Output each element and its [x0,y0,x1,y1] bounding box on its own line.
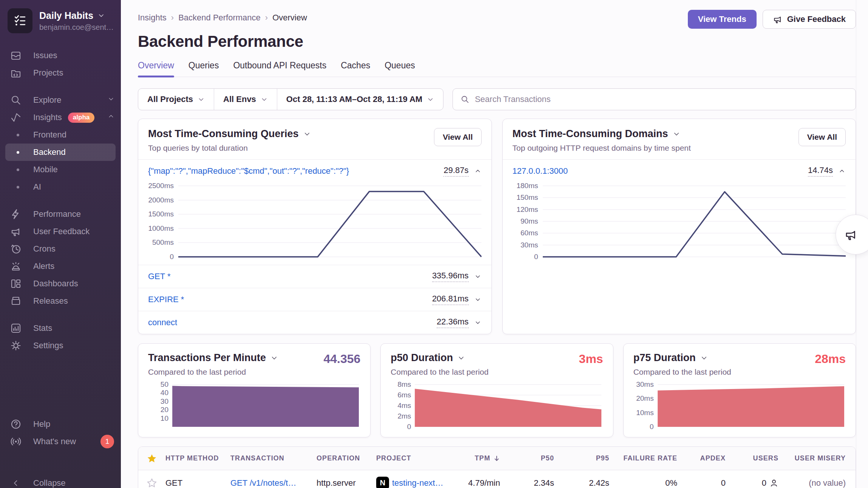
p50-title[interactable]: p50 Duration [391,352,488,364]
sidebar-item-performance[interactable]: Performance [0,205,121,223]
sidebar-item-issues[interactable]: Issues [0,47,121,64]
collapse-row-button[interactable] [474,167,482,175]
query-link[interactable]: {"map":"?","mapReduce":"$cmd","out":"?",… [148,166,349,176]
tab-caches[interactable]: Caches [341,60,370,77]
queries-card-title[interactable]: Most Time-Consuming Queries [148,128,311,140]
column-header-transaction[interactable]: TRANSACTION [227,454,313,462]
nextjs-project-icon: N [376,477,389,488]
column-header-project[interactable]: PROJECT [372,454,447,462]
column-header-p50[interactable]: P50 [504,454,558,462]
tab-outbound-api-requests[interactable]: Outbound API Requests [233,60,326,77]
chevron-down-icon [673,130,680,138]
query-total-time: 206.81ms [432,294,469,305]
star-toggle[interactable] [138,478,162,488]
sidebar-nav: Issues Projects Explore Insights alpha F… [0,47,121,354]
lightning-icon [10,208,22,220]
sidebar-item-label: Releases [33,296,68,306]
breadcrumb-insights[interactable]: Insights [138,13,167,23]
cell-user-misery: (no value) [782,478,856,488]
query-link[interactable]: EXPIRE * [148,295,184,304]
chevron-down-icon [270,354,278,362]
sidebar-item-dashboards[interactable]: Dashboards [0,275,121,292]
sidebar-item-releases[interactable]: Releases [0,292,121,310]
give-feedback-button[interactable]: Give Feedback [763,10,856,29]
cell-users: 0 [729,478,782,488]
column-header-http-method[interactable]: HTTP METHOD [162,454,227,462]
sidebar-item-label: Issues [33,51,57,60]
sidebar-item-label: Insights [33,113,62,122]
user-icon [769,479,778,488]
org-switcher[interactable]: Daily Habits benjamin.coe@sent… [0,0,121,33]
domains-duration-chart: 180ms150ms120ms90ms60ms30ms0 [503,182,856,265]
sidebar-item-mobile[interactable]: Mobile [0,161,121,178]
tab-queries[interactable]: Queries [188,60,219,77]
query-total-time: 22.36ms [437,317,468,328]
column-header-users[interactable]: USERS [729,454,782,462]
column-header-apdex[interactable]: APDEX [681,454,729,462]
column-header-user-misery[interactable]: USER MISERY [782,454,856,462]
transaction-link[interactable]: GET /v1/notes/t… [230,478,296,488]
sidebar-item-whats-new[interactable]: What's new 1 [0,433,121,450]
expand-row-button[interactable] [474,273,482,280]
sidebar-item-backend[interactable]: Backend [5,144,116,161]
query-link[interactable]: GET * [148,272,171,281]
sidebar-item-stats[interactable]: Stats [0,320,121,337]
breadcrumb-separator: › [171,13,174,23]
search-transactions-input[interactable] [475,94,848,104]
sidebar-item-label: Backend [33,147,66,157]
cell-project: N testing-nextj… [372,477,447,488]
sidebar-item-frontend[interactable]: Frontend [0,126,121,144]
column-header-operation[interactable]: OPERATION [313,454,372,462]
search-transactions-box [453,88,856,110]
query-link[interactable]: connect [148,318,177,327]
view-trends-button[interactable]: View Trends [688,10,757,29]
domains-view-all-button[interactable]: View All [798,128,846,146]
broadcast-icon [10,435,22,448]
tab-overview[interactable]: Overview [138,60,174,77]
p75-value: 28ms [815,352,846,366]
domain-link[interactable]: 127.0.0.1:3000 [513,166,568,176]
expand-row-button[interactable] [474,296,482,303]
chevron-up-icon [107,113,115,122]
bullet-icon [17,186,19,188]
sidebar-item-crons[interactable]: Crons [0,240,121,258]
transactions-table: HTTP METHOD TRANSACTION OPERATION PROJEC… [138,446,856,488]
p75-title[interactable]: p75 Duration [633,352,731,364]
sidebar: Daily Habits benjamin.coe@sent… Issues P… [0,0,121,488]
column-header-tpm[interactable]: TPM [447,454,504,462]
project-link[interactable]: testing-nextj… [392,478,443,488]
domains-card-title[interactable]: Most Time-Consuming Domains [513,128,691,140]
project-filter[interactable]: All Projects [138,89,214,110]
expand-row-button[interactable] [474,319,482,326]
org-logo-icon [8,8,32,33]
environment-filter[interactable]: All Envs [214,89,277,110]
sidebar-item-settings[interactable]: Settings [0,337,121,354]
column-header-p95[interactable]: P95 [558,454,613,462]
sidebar-item-explore[interactable]: Explore [0,91,121,109]
tpm-title[interactable]: Transactions Per Minute [148,352,278,364]
sidebar-collapse-button[interactable]: Collapse [0,474,121,488]
column-header-failure-rate[interactable]: FAILURE RATE [613,454,681,462]
sidebar-item-help[interactable]: Help [0,415,121,433]
p75-chart: 30ms20ms10ms0 [633,383,846,428]
cell-failure-rate: 0% [613,478,681,488]
sidebar-item-label: Performance [33,209,81,219]
sidebar-item-ai[interactable]: AI [0,178,121,196]
collapse-row-button[interactable] [838,167,846,175]
sidebar-item-alerts[interactable]: Alerts [0,258,121,275]
insights-icon [10,111,22,124]
tpm-value: 44.356 [323,352,360,366]
sidebar-item-projects[interactable]: Projects [0,64,121,82]
page-title: Backend Performance [138,32,856,51]
transactions-per-minute-card: Transactions Per Minute Compared to the … [138,343,371,437]
star-column-header[interactable] [138,453,162,464]
date-range-filter[interactable]: Oct 28, 11:13 AM–Oct 28, 11:19 AM [277,89,443,110]
p75-subtitle: Compared to the last period [633,368,731,377]
breadcrumb-backend-performance[interactable]: Backend Performance [178,13,261,23]
queries-view-all-button[interactable]: View All [434,128,481,146]
sidebar-item-insights[interactable]: Insights alpha [0,109,121,126]
sidebar-item-user-feedback[interactable]: User Feedback [0,223,121,240]
chevron-down-icon [427,96,434,103]
tab-queues[interactable]: Queues [385,60,415,77]
domain-total-time: 14.74s [808,165,833,177]
